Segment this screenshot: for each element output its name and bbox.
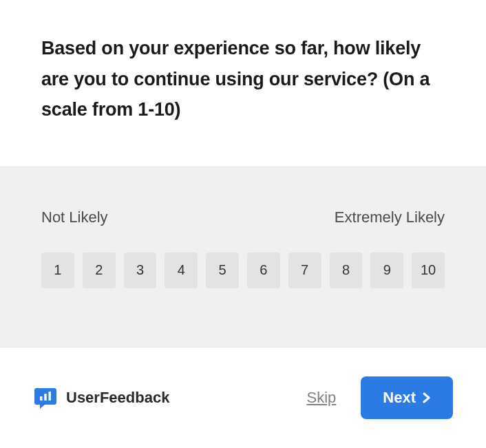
scale-option-3[interactable]: 3 [124, 253, 157, 288]
survey-card: Based on your experience so far, how lik… [0, 0, 486, 448]
scale-option-5[interactable]: 5 [206, 253, 239, 288]
scale-buttons: 1 2 3 4 5 6 7 8 9 10 [41, 253, 445, 288]
scale-option-8[interactable]: 8 [330, 253, 363, 288]
svg-rect-1 [44, 394, 47, 401]
scale-option-10[interactable]: 10 [412, 253, 445, 288]
brand: UserFeedback [33, 385, 169, 410]
svg-rect-2 [49, 392, 52, 401]
footer-section: UserFeedback Skip Next [0, 347, 486, 448]
svg-rect-0 [40, 396, 43, 401]
skip-button[interactable]: Skip [307, 389, 337, 407]
scale-label-high: Extremely Likely [335, 209, 445, 226]
scale-labels: Not Likely Extremely Likely [41, 209, 445, 226]
chevron-right-icon [423, 392, 431, 403]
next-button-label: Next [383, 389, 416, 407]
chart-bubble-icon [33, 385, 58, 410]
scale-option-1[interactable]: 1 [41, 253, 74, 288]
scale-option-7[interactable]: 7 [288, 253, 321, 288]
question-section: Based on your experience so far, how lik… [0, 0, 486, 167]
scale-option-4[interactable]: 4 [165, 253, 198, 288]
scale-section: Not Likely Extremely Likely 1 2 3 4 5 6 … [0, 167, 486, 347]
footer-actions: Skip Next [307, 376, 453, 419]
question-text: Based on your experience so far, how lik… [41, 33, 445, 125]
scale-option-2[interactable]: 2 [83, 253, 116, 288]
scale-option-6[interactable]: 6 [247, 253, 280, 288]
scale-label-low: Not Likely [41, 209, 108, 226]
next-button[interactable]: Next [361, 376, 453, 419]
brand-name: UserFeedback [66, 389, 169, 407]
scale-option-9[interactable]: 9 [370, 253, 403, 288]
